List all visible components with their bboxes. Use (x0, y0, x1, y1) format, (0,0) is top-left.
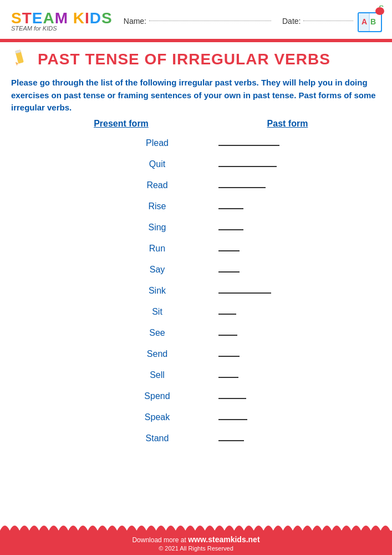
verb-present: Run (102, 244, 213, 254)
verb-past-line (213, 328, 291, 338)
answer-blank-line (218, 356, 240, 357)
verb-present: Quit (102, 159, 213, 169)
download-text: Download more at www.steamkids.net (11, 535, 381, 544)
verb-present: Sing (102, 223, 213, 233)
table-row: Sell (11, 365, 381, 385)
past-form-header: Past form (249, 119, 327, 129)
present-form-header: Present form (66, 119, 177, 129)
table-row: Sing (11, 218, 381, 238)
download-label: Download more at (132, 536, 186, 544)
answer-blank-line (218, 166, 277, 167)
answer-blank-line (218, 314, 236, 315)
name-date-area: Name: Date: (124, 17, 354, 26)
answer-blank-line (218, 398, 246, 399)
answer-blank-line (218, 335, 237, 336)
table-row: Sink (11, 281, 381, 301)
main-title: PAST TENSE OF IRREGULAR VERBS (38, 51, 330, 68)
answer-blank-line (218, 145, 279, 146)
verb-past-line (213, 265, 291, 275)
verb-past-line (213, 433, 291, 443)
verb-present: Say (102, 265, 213, 275)
table-row: Read (11, 175, 381, 195)
table-row: Plead (11, 133, 381, 153)
verb-present: Read (102, 180, 213, 190)
svg-point-5 (375, 7, 384, 15)
answer-blank-line (218, 440, 244, 441)
date-dotted-line (303, 21, 353, 21)
website-link: www.steamkids.net (188, 535, 259, 544)
copyright-text: © 2021 All Rights Reserved (11, 545, 381, 552)
table-row: Send (11, 344, 381, 364)
name-label: Name: (124, 17, 146, 26)
verb-past-line (213, 138, 291, 148)
verb-past-line (213, 223, 291, 233)
svg-text:B: B (370, 17, 376, 26)
svg-text:A: A (362, 17, 367, 26)
table-row: Spend (11, 386, 381, 406)
description: Please go through the list of the follow… (0, 74, 392, 119)
footer: Download more at www.steamkids.net © 202… (0, 518, 392, 555)
table-row: Sit (11, 302, 381, 322)
verb-present: Sit (102, 307, 213, 317)
verb-rows-container: PleadQuitReadRiseSingRunSaySinkSitSeeSen… (11, 133, 381, 448)
table-row: Stand (11, 428, 381, 448)
title-section: PAST TENSE OF IRREGULAR VERBS (0, 42, 392, 74)
svg-rect-7 (369, 13, 370, 31)
table-headers: Present form Past form (11, 119, 381, 129)
verb-past-line (213, 349, 291, 359)
answer-blank-line (218, 208, 243, 209)
date-line: Date: (282, 17, 353, 26)
verb-past-line (213, 180, 291, 190)
verb-present: Plead (102, 138, 213, 148)
verb-past-line (213, 201, 291, 211)
footer-bar: Download more at www.steamkids.net © 202… (0, 531, 392, 555)
verb-present: Spend (102, 391, 213, 401)
verb-past-line (213, 307, 291, 317)
verb-past-line (213, 286, 291, 296)
table-row: Speak (11, 407, 381, 427)
verb-past-line (213, 391, 291, 401)
table-row: See (11, 323, 381, 343)
table-row: Quit (11, 154, 381, 174)
table-row: Say (11, 260, 381, 280)
table-row: Rise (11, 196, 381, 216)
verb-present: Rise (102, 201, 213, 211)
name-dotted-line (149, 21, 271, 21)
verb-past-line (213, 244, 291, 254)
logo-subtitle: STEAM for KIDS (11, 25, 57, 32)
logo: STEAM KIDS STEAM for KIDS (11, 11, 113, 32)
answer-blank-line (218, 250, 240, 251)
scallop-border (0, 518, 392, 531)
header: STEAM KIDS STEAM for KIDS Name: Date: A … (0, 0, 392, 39)
answer-blank-line (218, 187, 266, 188)
pencil-icon (11, 47, 32, 72)
logo-text: STEAM KIDS (11, 11, 113, 26)
verb-past-line (213, 412, 291, 422)
verb-present: See (102, 328, 213, 338)
date-label: Date: (282, 17, 301, 26)
verb-present: Stand (102, 433, 213, 443)
verb-present: Sink (102, 286, 213, 296)
answer-blank-line (218, 229, 243, 230)
verb-past-line (213, 159, 291, 169)
answer-blank-line (218, 271, 240, 273)
verb-past-line (213, 370, 291, 380)
answer-blank-line (218, 292, 271, 294)
answer-blank-line (218, 377, 238, 378)
verb-present: Send (102, 349, 213, 359)
name-line: Name: (124, 17, 271, 26)
table-row: Run (11, 239, 381, 259)
verb-present: Speak (102, 412, 213, 422)
book-icon: A B (353, 6, 386, 36)
verb-present: Sell (102, 370, 213, 380)
table-section: Present form Past form PleadQuitReadRise… (0, 119, 392, 448)
answer-blank-line (218, 419, 247, 420)
